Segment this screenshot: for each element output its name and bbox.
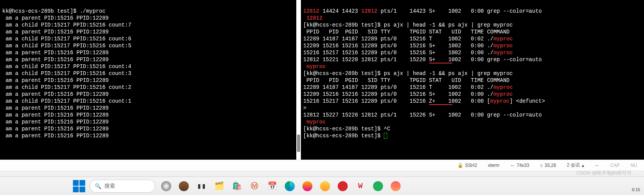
stat-annotated: S+ — [429, 57, 436, 63]
watermark: CSDN @吃不饱的得可可. — [576, 170, 633, 177]
output-line: am a parent PID:15216 PPID:12289 — [2, 77, 109, 83]
output-line: am a parent PID:15216 PPID:12289 — [2, 133, 109, 139]
cursor — [384, 133, 387, 139]
status-term: xterm — [488, 163, 499, 168]
pid-highlight: 12812 — [303, 15, 322, 21]
file-explorer-icon[interactable]: 🗂️ — [213, 180, 226, 193]
status-size: ↔74x33 — [510, 163, 529, 168]
ps-header: PPID PID PGID SID TTY TPGID STAT UID TIM… — [303, 29, 510, 35]
ctrl-c: ^C — [384, 126, 390, 132]
status-num: NU — [631, 163, 637, 168]
output-line: am a child PID:15217 PPID:15216 count:3 — [2, 70, 131, 77]
lock-icon: 🔒 — [457, 163, 463, 168]
status-bar: 🔒SSH2 xterm ↔74x33 ⎀33,26 2 会话 ▴ ← CAP N… — [0, 160, 644, 170]
output-line: am a parent PID:15216 PPID:12289 — [2, 119, 109, 125]
output-line: am a child PID:15217 PPID:15216 count:5 — [2, 43, 131, 49]
taskbar[interactable]: 🔍 搜索 ▮▮ 🗂️ 🛍️ Ⓜ 📅 W 0:15 — [0, 177, 644, 195]
prompt: [kk@hcss-ecs-289b test]$ — [303, 22, 384, 28]
stat-annotated: Z+ — [429, 98, 436, 104]
ps-row: 12812 15221 15220 12812 pts/1 15220 S+ 1… — [303, 57, 542, 63]
ps-row: 12289 14187 14187 12289 pts/0 15216 T 10… — [303, 84, 513, 90]
output-line: am a child PID:15217 PPID:15216 count:1 — [2, 98, 131, 104]
output-line: am a parent PID:15216 PPID:12289 — [2, 112, 109, 118]
output-line: am a child PID:15217 PPID:15216 count:2 — [2, 84, 131, 90]
prompt: [kk@hcss-ecs-289b test]$ — [303, 133, 384, 139]
pid-highlight: 12812 — [303, 8, 319, 14]
search-box[interactable]: 🔍 搜索 — [90, 180, 155, 193]
status-cap: CAP — [610, 163, 620, 168]
pid-highlight: 12812 — [361, 8, 377, 14]
status-sep: ← — [595, 163, 599, 168]
search-placeholder: 搜索 — [104, 183, 115, 190]
start-button[interactable] — [73, 180, 85, 192]
resize-icon: ↔ — [510, 163, 515, 168]
taskbar-app-icon[interactable] — [301, 180, 314, 193]
output-line: am a parent PID:15216 PPID:12289 — [2, 91, 109, 97]
status-pos: ⎀33,26 — [540, 163, 556, 168]
prompt: [kk@hcss-ecs-289b test]$ — [303, 70, 384, 77]
system-tray-clock[interactable]: 0:15 — [632, 187, 640, 192]
ps-header: PPID PID PGID SID TTY TPGID STAT UID TIM… — [303, 77, 510, 83]
taskbar-app-icon[interactable] — [372, 180, 385, 193]
taskbar-app-icon[interactable] — [389, 180, 402, 193]
taskbar-app-icon[interactable]: 📅 — [266, 180, 279, 193]
ps-row: 12812 15227 15226 12812 pts/1 15226 S+ 1… — [303, 112, 542, 118]
ps-row: 12289 14187 14187 12289 pts/0 15216 T 10… — [303, 36, 513, 42]
output-line: am a parent PID:15216 PPID:12289 — [2, 126, 109, 132]
output-line: am a child PID:15217 PPID:15216 count:7 — [2, 22, 131, 28]
proc-highlight: myproc — [303, 119, 326, 125]
output-line: am a parent PID:15216 PPID:12289 — [2, 57, 109, 63]
prompt: [kk@hcss-ecs-289b test]$ — [303, 126, 384, 132]
output-line: am a parent PID:15216 PPID:12289 — [2, 15, 109, 21]
chevron-up-icon: ▴ — [582, 163, 584, 168]
status-ssh: 🔒SSH2 — [457, 163, 477, 168]
ps-row: 12289 15216 15216 12289 pts/0 15216 S+ 1… — [303, 91, 513, 97]
command: ./myproc — [80, 8, 106, 14]
taskbar-app-icon[interactable] — [177, 180, 190, 193]
output-line: am a parent PID:15216 PPID:12289 — [2, 50, 109, 56]
command: ps ajx | head -1 && ps ajx | grep myproc — [384, 70, 513, 77]
taskbar-app-icon[interactable]: 🛍️ — [230, 180, 243, 193]
output-line: am a parent PID:15216 PPID:12289 — [2, 29, 109, 35]
taskbar-app-icon[interactable] — [319, 180, 332, 193]
pane-divider[interactable] — [296, 0, 301, 160]
proc-highlight: myproc — [303, 63, 326, 70]
taskbar-app-icon[interactable] — [160, 180, 173, 193]
command: ps ajx | head -1 && ps ajx | grep myproc — [384, 22, 513, 28]
output-line: am a parent PID:15216 PPID:12289 — [2, 105, 109, 111]
taskbar-app-icon[interactable]: W — [354, 180, 367, 193]
taskbar-app-icon[interactable] — [336, 180, 349, 193]
search-icon: 🔍 — [95, 183, 101, 189]
prompt: kk@hcss-ecs-289b test]$ — [2, 8, 80, 14]
ps-row: 15216 15217 15216 12289 pts/0 15216 S+ 1… — [303, 50, 513, 56]
continuation: > — [303, 105, 306, 111]
terminal-right[interactable]: 12812 14424 14423 12812 pts/1 14423 S+ 1… — [301, 0, 644, 160]
taskbar-app-icon[interactable]: Ⓜ — [248, 180, 261, 193]
edge-icon[interactable] — [283, 180, 296, 193]
ps-row: 12289 15216 15216 12289 pts/0 15216 S+ 1… — [303, 43, 513, 49]
ps-row-zombie: 15216 15217 15216 12289 pts/0 15216 Z+ 1… — [303, 98, 545, 104]
output-line: am a child PID:15217 PPID:15216 count:4 — [2, 63, 131, 70]
position-icon: ⎀ — [540, 163, 543, 168]
terminal-left[interactable]: kk@hcss-ecs-289b test]$ ./myproc am a pa… — [0, 0, 296, 160]
status-sessions[interactable]: 2 会话 ▴ — [567, 162, 584, 168]
taskbar-app-icon[interactable]: ▮▮ — [195, 180, 208, 193]
output-line: am a child PID:15217 PPID:15216 count:6 — [2, 36, 131, 42]
scrollbar-thumb[interactable] — [297, 135, 300, 152]
